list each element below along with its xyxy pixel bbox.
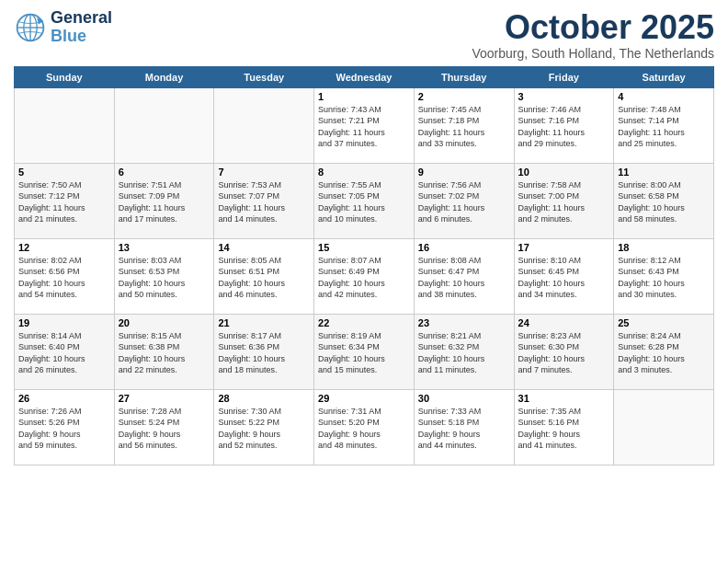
day-info: Sunrise: 8:24 AM Sunset: 6:28 PM Dayligh…: [618, 330, 710, 376]
day-info: Sunrise: 7:33 AM Sunset: 5:18 PM Dayligh…: [418, 406, 510, 452]
calendar-table: SundayMondayTuesdayWednesdayThursdayFrid…: [14, 66, 714, 465]
page-container: General Blue October 2025 Voorburg, Sout…: [0, 0, 728, 470]
day-info: Sunrise: 8:17 AM Sunset: 6:36 PM Dayligh…: [218, 330, 310, 376]
day-number: 27: [119, 393, 210, 404]
title-block: October 2025 Voorburg, South Holland, Th…: [472, 9, 714, 61]
day-number: 4: [618, 91, 710, 102]
calendar-cell: 3Sunrise: 7:46 AM Sunset: 7:16 PM Daylig…: [514, 87, 614, 163]
logo-text: General Blue: [51, 9, 112, 46]
day-info: Sunrise: 7:55 AM Sunset: 7:05 PM Dayligh…: [318, 179, 410, 225]
calendar-cell: 18Sunrise: 8:12 AM Sunset: 6:43 PM Dayli…: [614, 238, 714, 314]
day-number: 14: [218, 242, 310, 253]
day-info: Sunrise: 7:30 AM Sunset: 5:22 PM Dayligh…: [218, 406, 310, 452]
day-number: 15: [318, 242, 410, 253]
logo: General Blue: [14, 9, 112, 46]
weekday-header-wednesday: Wednesday: [314, 66, 415, 87]
day-number: 19: [18, 317, 110, 328]
day-number: 18: [618, 242, 710, 253]
calendar-cell: 23Sunrise: 8:21 AM Sunset: 6:32 PM Dayli…: [414, 314, 514, 389]
calendar-cell: 11Sunrise: 8:00 AM Sunset: 6:58 PM Dayli…: [614, 163, 714, 238]
day-info: Sunrise: 8:10 AM Sunset: 6:45 PM Dayligh…: [518, 255, 610, 301]
day-info: Sunrise: 8:15 AM Sunset: 6:38 PM Dayligh…: [119, 330, 210, 376]
calendar-cell: [15, 87, 115, 163]
day-number: 2: [418, 91, 510, 102]
day-info: Sunrise: 7:48 AM Sunset: 7:14 PM Dayligh…: [618, 104, 710, 150]
day-info: Sunrise: 7:50 AM Sunset: 7:12 PM Dayligh…: [18, 179, 110, 225]
calendar-week-5: 26Sunrise: 7:26 AM Sunset: 5:26 PM Dayli…: [15, 389, 714, 465]
day-number: 17: [518, 242, 610, 253]
day-info: Sunrise: 8:19 AM Sunset: 6:34 PM Dayligh…: [318, 330, 410, 376]
day-info: Sunrise: 8:08 AM Sunset: 6:47 PM Dayligh…: [418, 255, 510, 301]
day-number: 5: [18, 167, 110, 178]
day-number: 21: [218, 317, 310, 328]
day-number: 10: [518, 167, 610, 178]
calendar-cell: 31Sunrise: 7:35 AM Sunset: 5:16 PM Dayli…: [514, 389, 614, 465]
calendar-cell: 7Sunrise: 7:53 AM Sunset: 7:07 PM Daylig…: [214, 163, 314, 238]
calendar-cell: 9Sunrise: 7:56 AM Sunset: 7:02 PM Daylig…: [414, 163, 514, 238]
day-info: Sunrise: 7:56 AM Sunset: 7:02 PM Dayligh…: [418, 179, 510, 225]
calendar-cell: 28Sunrise: 7:30 AM Sunset: 5:22 PM Dayli…: [214, 389, 314, 465]
calendar-cell: 20Sunrise: 8:15 AM Sunset: 6:38 PM Dayli…: [114, 314, 214, 389]
day-info: Sunrise: 7:46 AM Sunset: 7:16 PM Dayligh…: [518, 104, 610, 150]
day-info: Sunrise: 8:05 AM Sunset: 6:51 PM Dayligh…: [218, 255, 310, 301]
day-info: Sunrise: 7:31 AM Sunset: 5:20 PM Dayligh…: [318, 406, 410, 452]
logo-blue-text: Blue: [51, 28, 112, 46]
weekday-row: SundayMondayTuesdayWednesdayThursdayFrid…: [15, 66, 714, 87]
day-number: 1: [318, 91, 410, 102]
weekday-header-thursday: Thursday: [414, 66, 514, 87]
calendar-cell: [614, 389, 714, 465]
calendar-cell: [114, 87, 214, 163]
calendar-cell: 16Sunrise: 8:08 AM Sunset: 6:47 PM Dayli…: [414, 238, 514, 314]
day-info: Sunrise: 8:03 AM Sunset: 6:53 PM Dayligh…: [119, 255, 210, 301]
calendar-cell: 8Sunrise: 7:55 AM Sunset: 7:05 PM Daylig…: [314, 163, 415, 238]
day-info: Sunrise: 7:53 AM Sunset: 7:07 PM Dayligh…: [218, 179, 310, 225]
calendar-cell: 30Sunrise: 7:33 AM Sunset: 5:18 PM Dayli…: [414, 389, 514, 465]
day-info: Sunrise: 7:43 AM Sunset: 7:21 PM Dayligh…: [318, 104, 410, 150]
day-number: 25: [618, 317, 710, 328]
day-number: 20: [119, 317, 210, 328]
day-number: 31: [518, 393, 610, 404]
weekday-header-tuesday: Tuesday: [214, 66, 314, 87]
day-info: Sunrise: 7:58 AM Sunset: 7:00 PM Dayligh…: [518, 179, 610, 225]
day-number: 12: [18, 242, 110, 253]
calendar-cell: 25Sunrise: 8:24 AM Sunset: 6:28 PM Dayli…: [614, 314, 714, 389]
day-info: Sunrise: 7:26 AM Sunset: 5:26 PM Dayligh…: [18, 406, 110, 452]
day-number: 16: [418, 242, 510, 253]
day-number: 13: [119, 242, 210, 253]
day-number: 30: [418, 393, 510, 404]
calendar-cell: 5Sunrise: 7:50 AM Sunset: 7:12 PM Daylig…: [15, 163, 115, 238]
day-info: Sunrise: 8:12 AM Sunset: 6:43 PM Dayligh…: [618, 255, 710, 301]
location: Voorburg, South Holland, The Netherlands: [472, 46, 714, 61]
day-number: 3: [518, 91, 610, 102]
day-number: 28: [218, 393, 310, 404]
calendar-cell: 22Sunrise: 8:19 AM Sunset: 6:34 PM Dayli…: [314, 314, 415, 389]
day-info: Sunrise: 8:07 AM Sunset: 6:49 PM Dayligh…: [318, 255, 410, 301]
calendar-cell: 13Sunrise: 8:03 AM Sunset: 6:53 PM Dayli…: [114, 238, 214, 314]
day-info: Sunrise: 7:28 AM Sunset: 5:24 PM Dayligh…: [119, 406, 210, 452]
calendar-cell: 12Sunrise: 8:02 AM Sunset: 6:56 PM Dayli…: [15, 238, 115, 314]
calendar-week-1: 1Sunrise: 7:43 AM Sunset: 7:21 PM Daylig…: [15, 87, 714, 163]
calendar-cell: 27Sunrise: 7:28 AM Sunset: 5:24 PM Dayli…: [114, 389, 214, 465]
calendar-cell: 24Sunrise: 8:23 AM Sunset: 6:30 PM Dayli…: [514, 314, 614, 389]
day-number: 8: [318, 167, 410, 178]
weekday-header-monday: Monday: [114, 66, 214, 87]
logo-general-text: General: [51, 9, 112, 28]
calendar-cell: 17Sunrise: 8:10 AM Sunset: 6:45 PM Dayli…: [514, 238, 614, 314]
day-info: Sunrise: 7:51 AM Sunset: 7:09 PM Dayligh…: [119, 179, 210, 225]
day-number: 26: [18, 393, 110, 404]
calendar-cell: 4Sunrise: 7:48 AM Sunset: 7:14 PM Daylig…: [614, 87, 714, 163]
day-info: Sunrise: 7:35 AM Sunset: 5:16 PM Dayligh…: [518, 406, 610, 452]
logo-globe-icon: [14, 11, 47, 44]
calendar-cell: 21Sunrise: 8:17 AM Sunset: 6:36 PM Dayli…: [214, 314, 314, 389]
day-info: Sunrise: 8:23 AM Sunset: 6:30 PM Dayligh…: [518, 330, 610, 376]
day-number: 11: [618, 167, 710, 178]
calendar-body: 1Sunrise: 7:43 AM Sunset: 7:21 PM Daylig…: [15, 87, 714, 465]
weekday-header-sunday: Sunday: [15, 66, 115, 87]
day-info: Sunrise: 8:02 AM Sunset: 6:56 PM Dayligh…: [18, 255, 110, 301]
day-number: 29: [318, 393, 410, 404]
calendar-cell: 1Sunrise: 7:43 AM Sunset: 7:21 PM Daylig…: [314, 87, 415, 163]
calendar-cell: 6Sunrise: 7:51 AM Sunset: 7:09 PM Daylig…: [114, 163, 214, 238]
calendar-cell: 14Sunrise: 8:05 AM Sunset: 6:51 PM Dayli…: [214, 238, 314, 314]
month-title: October 2025: [472, 9, 714, 46]
day-info: Sunrise: 8:14 AM Sunset: 6:40 PM Dayligh…: [18, 330, 110, 376]
